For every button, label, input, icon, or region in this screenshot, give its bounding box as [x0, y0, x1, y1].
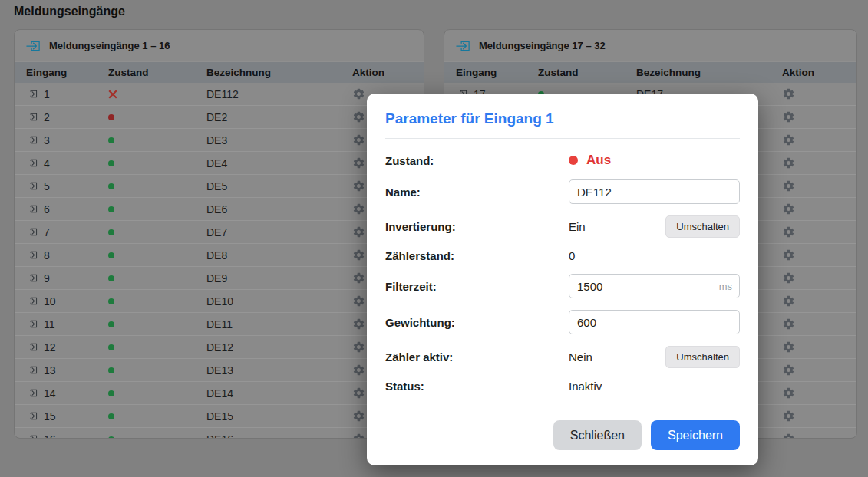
box-arrow-in-right-icon — [26, 295, 38, 307]
gear-icon[interactable] — [352, 87, 365, 100]
box-arrow-in-right-icon — [26, 226, 38, 238]
gear-icon[interactable] — [782, 364, 795, 377]
state-on-dot — [108, 183, 114, 189]
state-on-dot — [108, 413, 114, 419]
box-arrow-in-right-icon — [25, 38, 41, 54]
gear-icon[interactable] — [352, 248, 365, 262]
table-row: 16 DE16 — [15, 427, 424, 439]
table-row: 12 DE12 — [15, 335, 424, 358]
save-button[interactable]: Speichern — [651, 420, 740, 450]
state-cell — [108, 298, 206, 304]
invertierung-value: Ein — [569, 220, 586, 233]
column-eingang: Eingang — [26, 67, 108, 78]
gear-icon[interactable] — [352, 294, 365, 308]
gear-icon[interactable] — [352, 433, 365, 439]
box-arrow-in-right-icon — [26, 433, 38, 439]
gear-icon[interactable] — [782, 156, 795, 169]
box-arrow-in-right-icon — [26, 157, 38, 169]
gear-icon[interactable] — [352, 340, 365, 354]
table-row: 10 DE10 — [15, 289, 424, 312]
state-cell — [108, 137, 206, 143]
gear-icon[interactable] — [352, 271, 365, 285]
box-arrow-in-right-icon — [26, 203, 38, 215]
zaehler-aktiv-toggle-button[interactable]: Umschalten — [665, 346, 740, 368]
input-label: DE13 — [206, 364, 352, 377]
name-input[interactable] — [569, 179, 740, 204]
gear-icon[interactable] — [352, 202, 365, 215]
gear-icon[interactable] — [352, 410, 365, 423]
input-number: 7 — [44, 226, 50, 238]
input-number: 6 — [44, 203, 50, 215]
box-arrow-in-right-icon — [26, 318, 38, 330]
gear-icon[interactable] — [352, 225, 365, 238]
gear-icon[interactable] — [782, 317, 795, 331]
status-off-dot — [569, 156, 578, 165]
state-cell — [108, 344, 206, 350]
gear-icon[interactable] — [782, 433, 795, 439]
box-arrow-in-right-icon — [26, 410, 38, 422]
gear-icon[interactable] — [782, 110, 795, 123]
state-cell — [108, 252, 206, 258]
panel-header: Meldungseingänge 17 – 32 — [444, 30, 856, 61]
field-name: Name: — [385, 179, 740, 204]
input-label: DE112 — [206, 88, 352, 100]
box-arrow-in-right-icon — [26, 249, 38, 261]
input-number: 5 — [44, 180, 50, 192]
state-cell — [108, 90, 206, 99]
panel-inputs-1-16: Meldungseingänge 1 – 16 Eingang Zustand … — [14, 29, 424, 439]
state-cell — [108, 183, 206, 189]
input-label: DE2 — [206, 111, 352, 123]
gear-icon[interactable] — [782, 133, 795, 146]
input-number: 16 — [44, 433, 56, 439]
state-cell — [108, 413, 206, 419]
input-number: 1 — [44, 88, 50, 100]
state-on-dot — [108, 252, 114, 258]
filterzeit-input[interactable] — [569, 274, 740, 298]
state-error-x-icon — [108, 90, 117, 99]
gear-icon[interactable] — [352, 156, 365, 169]
state-on-dot — [108, 275, 114, 281]
input-number: 14 — [44, 387, 56, 400]
invertierung-toggle-button[interactable]: Umschalten — [665, 215, 740, 238]
table-row: 7 DE7 — [15, 220, 424, 243]
gear-icon[interactable] — [782, 225, 795, 238]
input-label: DE5 — [206, 180, 352, 192]
state-cell — [108, 206, 206, 212]
box-arrow-in-right-icon — [26, 387, 38, 399]
state-on-dot — [108, 344, 114, 350]
input-number: 2 — [44, 111, 50, 123]
field-zaehler-aktiv: Zähler aktiv: Nein Umschalten — [385, 346, 740, 368]
gear-icon[interactable] — [352, 364, 365, 377]
gear-icon[interactable] — [782, 179, 795, 192]
input-number: 8 — [44, 249, 50, 262]
gear-icon[interactable] — [782, 410, 795, 423]
table-row: 4 DE4 — [15, 151, 424, 174]
dialog-footer: Schließen Speichern — [385, 420, 740, 450]
column-aktion: Aktion — [352, 67, 424, 78]
gear-icon[interactable] — [782, 248, 795, 262]
field-zaehlerstand: Zählerstand: 0 — [385, 249, 740, 262]
state-on-dot — [108, 229, 114, 235]
gear-icon[interactable] — [352, 110, 365, 123]
gear-icon[interactable] — [782, 294, 795, 308]
gear-icon[interactable] — [782, 387, 795, 400]
gear-icon[interactable] — [352, 317, 365, 331]
gear-icon[interactable] — [352, 133, 365, 146]
input-label: DE11 — [206, 318, 352, 331]
status-text-value: Inaktiv — [569, 380, 740, 393]
status-value: Aus — [586, 153, 611, 168]
gear-icon[interactable] — [782, 340, 795, 354]
gewichtung-input[interactable] — [569, 310, 740, 334]
close-button[interactable]: Schließen — [553, 420, 642, 450]
gear-icon[interactable] — [782, 87, 795, 100]
state-cell — [108, 229, 206, 235]
input-number: 13 — [44, 364, 56, 377]
column-aktion: Aktion — [782, 67, 856, 78]
gear-icon[interactable] — [352, 387, 365, 400]
gear-icon[interactable] — [352, 179, 365, 192]
state-on-dot — [108, 206, 114, 212]
state-cell — [108, 321, 206, 327]
table-row: 5 DE5 — [15, 174, 424, 197]
gear-icon[interactable] — [782, 271, 795, 285]
gear-icon[interactable] — [782, 202, 795, 215]
